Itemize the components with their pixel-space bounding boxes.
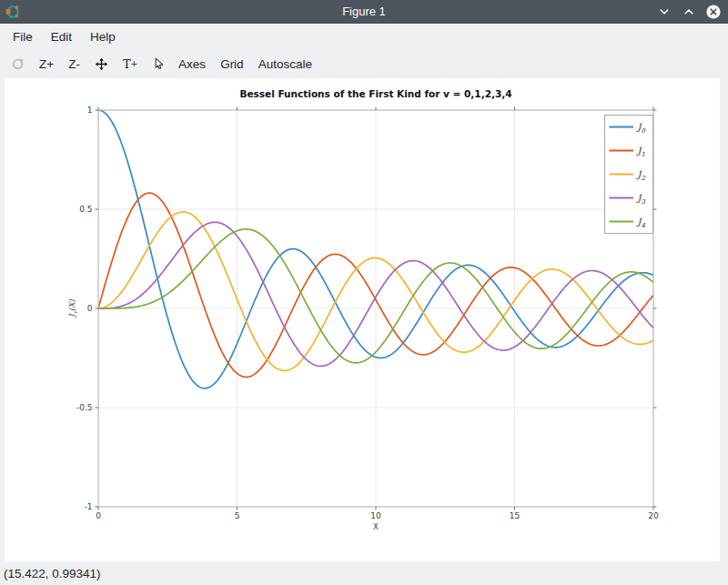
tick-labels: 05101520-1-0.500.51 [76, 106, 659, 520]
menu-edit[interactable]: Edit [44, 26, 79, 47]
svg-text:0.5: 0.5 [79, 205, 92, 214]
select-cursor-button[interactable] [152, 57, 164, 70]
add-text-button[interactable]: T+ [123, 57, 137, 71]
svg-text:5: 5 [235, 511, 240, 520]
menu-file[interactable]: File [5, 26, 40, 47]
chevron-up-icon [682, 5, 695, 18]
svg-text:20: 20 [648, 511, 659, 520]
toolbar: Z+ Z- T+ Axes Grid Autoscale [0, 49, 728, 78]
grid-button[interactable]: Grid [220, 57, 244, 71]
figure-canvas: 05101520-1-0.500.51Bessel Functions of t… [5, 78, 720, 561]
svg-text:-1: -1 [85, 502, 93, 511]
text-tool-plus: + [131, 59, 138, 68]
zoom-in-button[interactable]: Z+ [39, 57, 54, 71]
menubar: File Edit Help [0, 24, 728, 49]
svg-text:-0.5: -0.5 [76, 403, 93, 412]
autoscale-button[interactable]: Autoscale [258, 57, 312, 71]
chevron-down-icon [658, 5, 671, 18]
window-controls [656, 0, 722, 24]
svg-text:10: 10 [370, 511, 381, 520]
svg-text:0: 0 [96, 511, 101, 520]
text-tool-label: T [123, 57, 131, 71]
svg-text:15: 15 [510, 511, 520, 520]
titlebar[interactable]: Figure 1 [0, 0, 728, 24]
cursor-arrow-icon [152, 57, 164, 70]
y-axis-label: Jv(X) [67, 299, 78, 319]
maximize-button[interactable] [681, 4, 697, 20]
statusbar: (15.422, 0.99341) [0, 561, 728, 585]
menu-help[interactable]: Help [83, 26, 123, 47]
zoom-out-button[interactable]: Z- [68, 57, 80, 71]
window-title: Figure 1 [0, 0, 728, 24]
reset-view-button[interactable] [11, 57, 25, 71]
svg-text:0: 0 [87, 304, 93, 313]
cursor-coordinates: (15.422, 0.99341) [4, 567, 101, 580]
close-button[interactable] [705, 4, 722, 20]
legend: J0J1J2J3J4 [605, 116, 653, 234]
x-axis-label: X [373, 522, 379, 531]
pan-button[interactable] [95, 57, 108, 71]
bessel-chart[interactable]: 05101520-1-0.500.51Bessel Functions of t… [5, 78, 720, 561]
axes-button[interactable]: Axes [178, 57, 206, 71]
circular-arrow-icon [11, 57, 25, 71]
svg-text:1: 1 [87, 106, 93, 115]
move-cross-icon [95, 57, 108, 71]
chart-title: Bessel Functions of the First Kind for v… [239, 88, 511, 99]
minimize-button[interactable] [656, 4, 672, 20]
circle-x-icon [705, 4, 722, 20]
gridlines [98, 110, 653, 507]
